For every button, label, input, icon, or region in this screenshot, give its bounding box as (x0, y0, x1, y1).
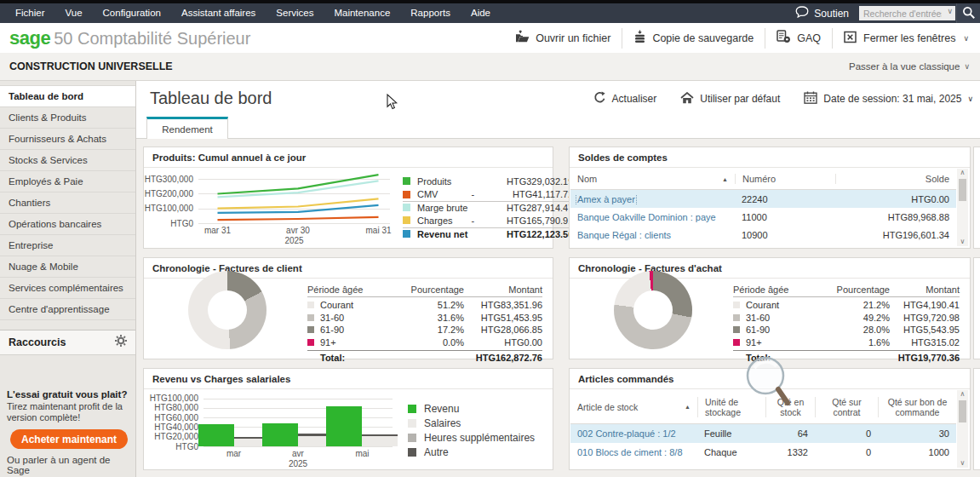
sidebar-item-services-complementaires[interactable]: Services complémentaires (0, 278, 135, 299)
buy-now-button[interactable]: Acheter maintenant (10, 429, 128, 449)
menu-aide[interactable]: Aide (461, 3, 501, 23)
chevron-down-icon: ∨ (967, 95, 973, 103)
date-de-session-button[interactable]: Date de session: 31 mai, 2025∨ (804, 91, 973, 106)
ouvrir-un-fichier-button[interactable]: Ouvrir un fichier (504, 28, 622, 49)
menu-rapports[interactable]: Rapports (400, 3, 461, 23)
scroll-up-icon[interactable]: ∧ (960, 169, 966, 177)
app-window: FichierVueConfigurationAssistant affaire… (0, 0, 980, 477)
legend-name: Autre (424, 446, 449, 458)
aging-period: 31-60 (320, 313, 344, 323)
promo-headline: L'essai gratuit vous plait? (7, 389, 131, 399)
item-qty-order: 30 (878, 428, 956, 439)
item-qty-contract: 0 (815, 428, 878, 439)
menu-fichier[interactable]: Fichier (5, 3, 55, 23)
account-row[interactable]: Amex à payer22240HTG0.00 (570, 190, 956, 208)
sidebar-item-entreprise[interactable]: Entreprise (0, 235, 135, 256)
panel-products-ytd: Produits: Cumul annuel à ce jour HTG300,… (143, 147, 553, 249)
menu-services[interactable]: Services (266, 3, 324, 23)
col-solde[interactable]: Solde (835, 174, 956, 184)
revenue-bar (326, 406, 362, 446)
classic-view-link[interactable]: Passer à la vue classique∨ (849, 61, 980, 72)
y-tick-label: HTG0 (144, 219, 193, 228)
menu-maintenance[interactable]: Maintenance (324, 3, 400, 23)
col-periode: Période âgée (733, 284, 828, 295)
item-row[interactable]: 002 Contre-plaqué : 1/2Feuille64030 (570, 424, 956, 443)
purchases-aging-table: Période âgéePourcentageMontantCourant21.… (733, 284, 960, 363)
account-name-link[interactable]: Amex à payer (570, 194, 735, 204)
aging-label: Courant (307, 300, 403, 310)
sidebar-item-centre-d-apprentissage[interactable]: Centre d'apprentissage (0, 299, 135, 320)
item-row[interactable]: 010 Blocs de ciment : 8/8Chaque133201000 (570, 443, 956, 462)
account-number: 11000 (735, 212, 835, 222)
aging-label: 61-90 (733, 325, 828, 335)
x-tick-label: avr 30 (286, 226, 310, 235)
col-numero[interactable]: Numéro (735, 174, 835, 184)
aging-label: 91+ (307, 337, 403, 348)
gridline (203, 446, 393, 447)
gear-icon[interactable] (115, 335, 127, 350)
y-tick-label: HTG100,000 (144, 394, 198, 403)
scrollbar[interactable]: ∧ ∨ (957, 169, 968, 246)
chevron-down-icon: ∨ (964, 62, 970, 71)
panel-account-balances: Soldes de comptes Nom▲NuméroSoldeAmex à … (569, 147, 971, 249)
account-number: 10900 (735, 230, 835, 240)
legend-sign: - (467, 189, 478, 199)
menu-vue[interactable]: Vue (55, 3, 93, 23)
revenue-bar (262, 423, 298, 446)
col-nom[interactable]: Nom▲ (570, 174, 735, 184)
item-qty-stock: 1332 (765, 447, 815, 457)
col-qte-sur-contrat[interactable]: Qté sur contrat (815, 397, 878, 417)
support-button[interactable]: Soutien (795, 6, 849, 20)
scroll-down-icon[interactable]: ∨ (960, 238, 966, 246)
sidebar-item-clients-produits[interactable]: Clients & Produits (0, 107, 135, 129)
sidebar-item-operations-bancaires[interactable]: Opérations bancaires (0, 214, 135, 235)
scrollbar[interactable]: ∧ ∨ (957, 390, 968, 468)
account-row[interactable]: Banque Oakville Dominion : paye11000HTG8… (570, 208, 956, 226)
logo-product: 50 Comptabilité Supérieur (54, 29, 250, 48)
sidebar-item-tableau-de-bord[interactable]: Tableau de bord (0, 86, 135, 107)
account-name-link[interactable]: Banque Régal : clients (570, 230, 735, 240)
actualiser-button[interactable]: Actualiser (593, 91, 657, 106)
toolbar-label: Utiliser par défaut (700, 93, 780, 105)
col-qte-en-stock[interactable]: Qté en stock (765, 397, 815, 417)
menu-assistant-affaires[interactable]: Assistant affaires (171, 3, 266, 23)
calendar-icon (804, 91, 817, 106)
fermer-les-fenetres-button[interactable]: Fermer les fenêtres∨ (832, 28, 980, 49)
sidebar-item-stocks-services[interactable]: Stocks & Services (0, 150, 135, 171)
panel-title: Produits: Cumul annuel à ce jour (144, 147, 553, 168)
sort-asc-icon: ▲ (681, 402, 691, 412)
account-row[interactable]: Banque Régal : clients10900HTG196,601.34 (570, 226, 956, 244)
search-input[interactable] (859, 6, 955, 20)
item-name-link[interactable]: 002 Contre-plaqué : 1/2 (570, 428, 697, 439)
legend-row-revenu: Revenu (408, 401, 547, 416)
item-name-link[interactable]: 010 Blocs de ciment : 8/8 (570, 447, 697, 457)
scroll-down-icon[interactable]: ∨ (960, 459, 966, 468)
sidebar-item-employes-paie[interactable]: Employés & Paie (0, 171, 135, 193)
scroll-thumb[interactable] (959, 400, 966, 422)
line-series (198, 175, 390, 223)
legend-name: CMV (417, 189, 467, 199)
gaq-button[interactable]: GAQ (765, 28, 832, 49)
sidebar-item-chantiers[interactable]: Chantiers (0, 193, 135, 214)
aging-header: Période âgéePourcentageMontant (307, 284, 542, 297)
chevron-down-icon: ∨ (963, 34, 969, 43)
scroll-thumb[interactable] (959, 179, 966, 201)
account-name-link[interactable]: Banque Oakville Dominion : paye (570, 212, 735, 222)
menu-configuration[interactable]: Configuration (93, 3, 171, 23)
scroll-up-icon[interactable]: ∧ (960, 390, 966, 399)
refresh-icon (593, 91, 606, 106)
col-qte-sur-bon-de-commande[interactable]: Qté sur bon de commande (878, 397, 956, 417)
sidebar-item-nuage-mobile[interactable]: Nuage & Mobile (0, 256, 135, 278)
sidebar-item-fournisseurs-achats[interactable]: Fournisseurs & Achats (0, 129, 135, 150)
col-unite-de-stockage[interactable]: Unité de stockage (697, 397, 765, 417)
search-button[interactable] (956, 3, 980, 23)
y-tick-label: HTG60,000 (144, 413, 198, 422)
chevron-down-icon[interactable]: ∨ (947, 7, 953, 15)
tab-rendement[interactable]: Rendement (146, 117, 228, 139)
y-tick-label: HTG100,000 (144, 204, 193, 213)
copie-de-sauvegarde-button[interactable]: Copie de sauvegarde (622, 28, 765, 49)
open-file-icon (515, 30, 530, 46)
utiliser-par-defaut-button[interactable]: Utiliser par défaut (680, 92, 780, 106)
col-article-de-stock[interactable]: Article de stock▲ (570, 402, 697, 412)
support-label: Soutien (814, 8, 849, 20)
